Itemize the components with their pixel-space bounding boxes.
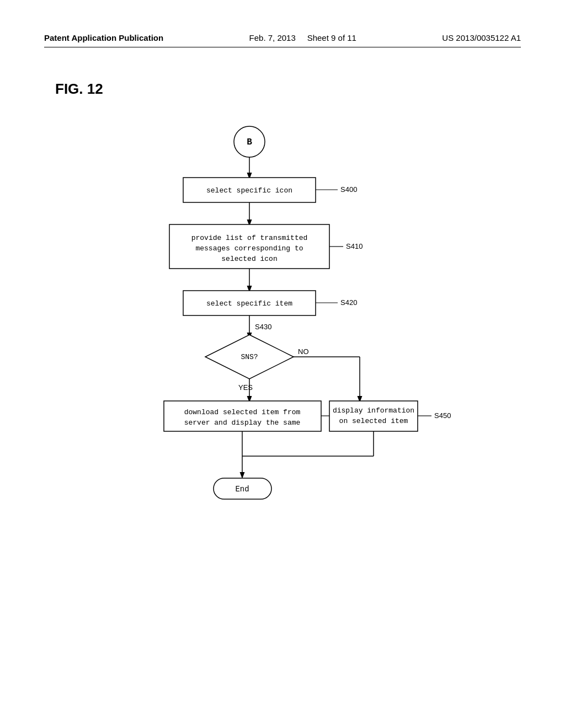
- diagram-container: B select specific icon S400 provide list…: [89, 120, 476, 616]
- node-s440-line1: download selected item from: [184, 408, 301, 416]
- node-sns-text: SNS?: [241, 353, 258, 361]
- header-center: Feb. 7, 2013 Sheet 9 of 11: [249, 33, 356, 42]
- header-left: Patent Application Publication: [44, 33, 163, 42]
- page: Patent Application Publication Feb. 7, 2…: [0, 0, 565, 728]
- node-s450-line2: on selected item: [339, 417, 408, 425]
- node-s410-line1: provide list of transmitted: [191, 234, 308, 242]
- node-s400-text: select specific icon: [206, 186, 292, 195]
- label-s430: S430: [255, 323, 271, 331]
- label-yes: YES: [238, 383, 253, 392]
- node-B: B: [247, 137, 252, 147]
- svg-rect-16: [329, 401, 418, 431]
- label-s420: S420: [340, 298, 357, 307]
- flowchart-svg: B select specific icon S400 provide list…: [89, 120, 476, 594]
- label-no: NO: [298, 347, 309, 356]
- node-s420-text: select specific item: [206, 299, 292, 308]
- node-s450-line1: display information: [333, 406, 414, 415]
- node-s440-line2: server and display the same: [184, 419, 301, 427]
- label-s410: S410: [346, 242, 363, 250]
- figure-title: FIG. 12: [55, 81, 521, 98]
- header-date: Feb. 7, 2013: [249, 33, 296, 42]
- header: Patent Application Publication Feb. 7, 2…: [44, 33, 521, 47]
- node-s410-line3: selected icon: [221, 255, 277, 263]
- label-s450: S450: [434, 411, 451, 420]
- header-sheet: Sheet 9 of 11: [307, 33, 356, 42]
- node-end: End: [235, 485, 249, 494]
- header-right: US 2013/0035122 A1: [442, 33, 521, 42]
- node-s410-line2: messages corresponding to: [195, 244, 303, 253]
- label-s400: S400: [340, 185, 357, 194]
